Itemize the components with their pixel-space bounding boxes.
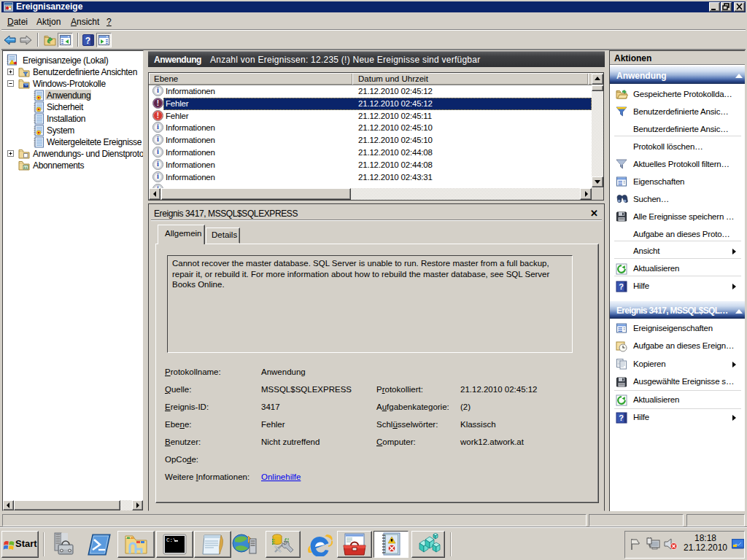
svg-text:?: ? xyxy=(619,282,624,291)
svg-text:?: ? xyxy=(85,36,90,46)
svg-text:?: ? xyxy=(619,413,624,422)
